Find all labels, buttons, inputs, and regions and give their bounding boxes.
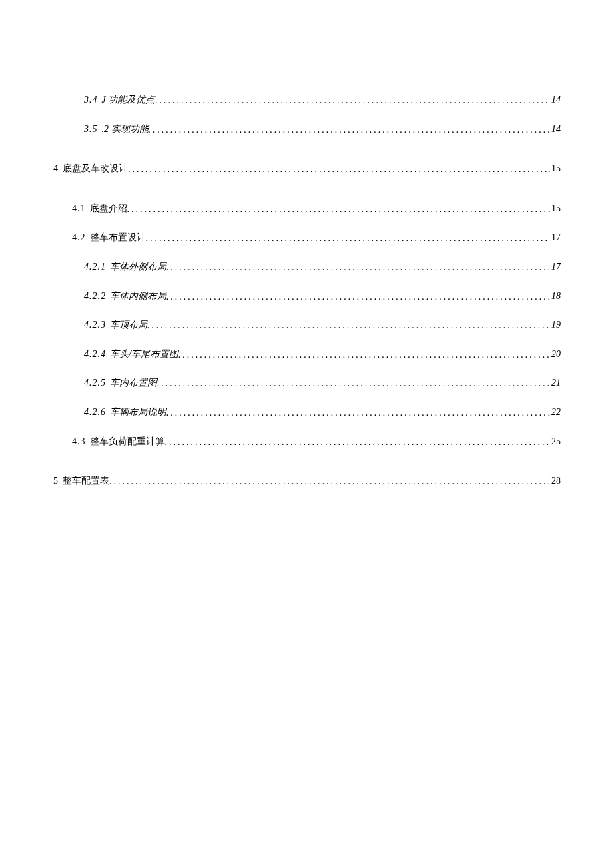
- toc-entry-page: 14: [550, 93, 561, 107]
- toc-leader-dots: [166, 290, 550, 304]
- toc-entry-label: 4.2.1车体外侧布局: [84, 260, 166, 274]
- toc-entry-number: 4.3: [72, 436, 86, 446]
- toc-entry-label: 4.2.6车辆布局说明: [84, 406, 166, 419]
- toc-entry-page: 25: [550, 435, 561, 448]
- toc-entry-label: 4底盘及车改设计: [53, 162, 128, 175]
- toc-entry: 4.3整车负荷配重计算25: [72, 435, 561, 448]
- toc-entry-label: 4.1底盘介绍: [72, 202, 127, 215]
- toc-entry: 4.1底盘介绍15: [72, 202, 561, 215]
- toc-entry-label: 4.2.3车顶布局: [84, 318, 147, 332]
- toc-leader-dots: [109, 475, 550, 488]
- toc-entry-title: 整车布置设计: [90, 232, 146, 242]
- toc-entry-number: 4.2.3: [84, 320, 106, 330]
- toc-leader-dots: [178, 348, 550, 362]
- toc-entry: 4.2.2车体内侧布局18: [84, 290, 561, 303]
- table-of-contents: 3.4J 功能及优点143.5.2 实现功能144底盘及车改设计154.1底盘介…: [53, 93, 561, 488]
- toc-leader-dots: [157, 377, 550, 390]
- toc-entry-page: 14: [550, 123, 561, 136]
- toc-entry-number: 4.1: [72, 203, 86, 213]
- toc-entry: 3.4J 功能及优点14: [84, 93, 561, 107]
- toc-entry-page: 15: [550, 202, 561, 215]
- toc-entry: 4底盘及车改设计15: [53, 162, 561, 175]
- toc-entry-label: 3.4J 功能及优点: [84, 93, 155, 107]
- toc-entry-number: 5: [53, 476, 59, 486]
- toc-entry-title: .2 实现功能: [102, 124, 149, 134]
- toc-entry-title: J 功能及优点: [102, 95, 156, 105]
- toc-entry-page: 28: [550, 474, 561, 488]
- toc-entry: 4.2整车布置设计17: [72, 231, 561, 244]
- toc-entry: 3.5.2 实现功能14: [84, 123, 561, 136]
- toc-entry-page: 22: [550, 406, 561, 419]
- toc-entry: 4.2.4车头/车尾布置图20: [84, 348, 561, 361]
- toc-entry: 4.2.5车内布置图21: [84, 376, 561, 390]
- toc-entry-title: 车辆布局说明: [110, 407, 166, 417]
- toc-entry-page: 19: [550, 318, 561, 332]
- toc-leader-dots: [146, 232, 551, 245]
- toc-entry-number: 3.4: [84, 95, 98, 105]
- toc-leader-dots: [149, 123, 551, 137]
- toc-entry-title: 车头/车尾布置图: [110, 349, 178, 359]
- toc-entry-label: 3.5.2 实现功能: [84, 123, 149, 136]
- toc-entry-title: 车顶布局: [110, 320, 147, 330]
- toc-entry-title: 车内布置图: [110, 378, 157, 388]
- document-page: 3.4J 功能及优点143.5.2 实现功能144底盘及车改设计154.1底盘介…: [0, 0, 614, 868]
- toc-entry-label: 4.2.5车内布置图: [84, 376, 157, 390]
- toc-leader-dots: [165, 436, 551, 449]
- toc-entry-page: 17: [550, 260, 561, 274]
- toc-entry: 5整车配置表28: [53, 474, 561, 488]
- toc-entry-number: 4.2: [72, 232, 86, 242]
- toc-entry-title: 整车配置表: [63, 476, 109, 486]
- toc-entry: 4.2.3车顶布局19: [84, 318, 561, 332]
- toc-entry-label: 4.2.4车头/车尾布置图: [84, 348, 178, 361]
- toc-entry-page: 18: [550, 290, 561, 303]
- toc-entry-number: 4.2.4: [84, 349, 106, 359]
- toc-entry-label: 4.3整车负荷配重计算: [72, 435, 165, 448]
- toc-entry-number: 4.2.6: [84, 407, 106, 417]
- toc-entry: 4.2.6车辆布局说明22: [84, 406, 561, 419]
- toc-entry-label: 5整车配置表: [53, 474, 109, 488]
- toc-entry-label: 4.2整车布置设计: [72, 231, 146, 244]
- toc-entry-number: 4: [53, 163, 59, 173]
- toc-entry-title: 整车负荷配重计算: [90, 436, 165, 446]
- toc-entry-title: 车体内侧布局: [110, 291, 166, 301]
- toc-entry-number: 4.2.5: [84, 378, 106, 388]
- toc-leader-dots: [147, 319, 550, 332]
- toc-entry-page: 17: [550, 231, 561, 244]
- toc-entry-page: 21: [550, 376, 561, 390]
- toc-leader-dots: [155, 94, 550, 107]
- toc-entry-page: 15: [550, 162, 561, 175]
- toc-leader-dots: [128, 163, 550, 176]
- toc-entry-number: 3.5: [84, 124, 98, 134]
- toc-leader-dots: [166, 406, 550, 420]
- toc-leader-dots: [127, 203, 551, 216]
- toc-entry: 4.2.1车体外侧布局17: [84, 260, 561, 274]
- toc-entry-number: 4.2.1: [84, 262, 106, 272]
- toc-entry-number: 4.2.2: [84, 291, 106, 301]
- toc-entry-page: 20: [550, 348, 561, 361]
- toc-leader-dots: [166, 261, 550, 274]
- toc-entry-label: 4.2.2车体内侧布局: [84, 290, 166, 303]
- toc-entry-title: 车体外侧布局: [110, 262, 166, 272]
- toc-entry-title: 底盘介绍: [90, 203, 127, 213]
- toc-entry-title: 底盘及车改设计: [63, 163, 128, 173]
